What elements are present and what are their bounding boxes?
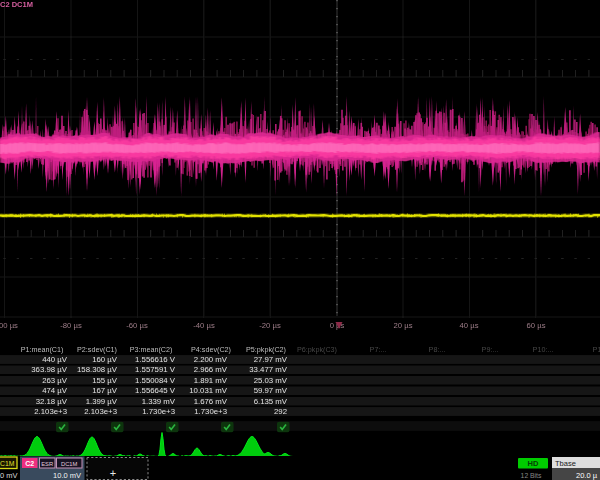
svg-text:P8:...: P8:... [429, 345, 446, 354]
svg-text:2.103e+3: 2.103e+3 [34, 407, 67, 416]
svg-text:474 µV: 474 µV [42, 386, 68, 395]
svg-text:1.556616 V: 1.556616 V [135, 355, 176, 364]
svg-text:-60 µs: -60 µs [126, 321, 148, 330]
svg-text:P6:pkpk(C3): P6:pkpk(C3) [297, 345, 337, 354]
svg-text:1.676 mV: 1.676 mV [194, 397, 228, 406]
svg-text:12 Bits: 12 Bits [521, 472, 542, 479]
svg-text:292: 292 [274, 407, 287, 416]
svg-text:C1M: C1M [0, 460, 15, 467]
svg-text:158.308 µV: 158.308 µV [77, 365, 118, 374]
svg-text:167 µV: 167 µV [92, 386, 118, 395]
svg-text:10.0 mV: 10.0 mV [53, 471, 81, 480]
svg-text:2.200 mV: 2.200 mV [194, 355, 228, 364]
svg-text:C2 DC1M: C2 DC1M [0, 0, 33, 9]
svg-text:363.98 µV: 363.98 µV [31, 365, 68, 374]
svg-text:P10:...: P10:... [533, 345, 554, 354]
svg-text:27.97 mV: 27.97 mV [254, 355, 288, 364]
svg-text:0 mV: 0 mV [0, 471, 18, 480]
svg-text:25.03 mV: 25.03 mV [254, 376, 288, 385]
svg-text:155 µV: 155 µV [92, 376, 118, 385]
svg-text:P3:mean(C2): P3:mean(C2) [130, 345, 173, 354]
svg-text:1.730e+3: 1.730e+3 [194, 407, 227, 416]
svg-text:440 µV: 440 µV [42, 355, 68, 364]
svg-text:C2: C2 [25, 460, 34, 467]
svg-text:DC1M: DC1M [61, 461, 78, 467]
svg-text:-80 µs: -80 µs [60, 321, 82, 330]
svg-text:60 µs: 60 µs [527, 321, 546, 330]
svg-text:1.550084 V: 1.550084 V [135, 376, 176, 385]
svg-text:2.966 mV: 2.966 mV [194, 365, 228, 374]
svg-text:40 µs: 40 µs [460, 321, 479, 330]
svg-text:6.135 mV: 6.135 mV [254, 397, 288, 406]
svg-text:1.339 mV: 1.339 mV [142, 397, 176, 406]
svg-text:263 µV: 263 µV [42, 376, 68, 385]
svg-text:20 µs: 20 µs [394, 321, 413, 330]
svg-text:+: + [110, 467, 116, 479]
svg-text:2.103e+3: 2.103e+3 [84, 407, 117, 416]
svg-text:1.891 mV: 1.891 mV [194, 376, 228, 385]
svg-text:1.730e+3: 1.730e+3 [142, 407, 175, 416]
svg-text:ESR: ESR [41, 461, 53, 467]
svg-text:P7:...: P7:... [370, 345, 387, 354]
svg-text:P1:mean(C1): P1:mean(C1) [21, 345, 64, 354]
svg-text:-40 µs: -40 µs [193, 321, 215, 330]
svg-text:-20 µs: -20 µs [259, 321, 281, 330]
svg-text:HD: HD [528, 459, 539, 468]
svg-text:33.477 mV: 33.477 mV [249, 365, 288, 374]
svg-text:P5:pkpk(C2): P5:pkpk(C2) [246, 345, 286, 354]
svg-text:160 µV: 160 µV [92, 355, 118, 364]
svg-text:20.0 µ: 20.0 µ [576, 471, 598, 480]
svg-text:-100 µs: -100 µs [0, 321, 18, 330]
svg-text:59.97 mV: 59.97 mV [254, 386, 288, 395]
svg-text:1.556645 V: 1.556645 V [135, 386, 176, 395]
svg-text:P2:sdev(C1): P2:sdev(C1) [77, 345, 117, 354]
svg-text:Tbase: Tbase [555, 459, 576, 468]
svg-text:1.557591 V: 1.557591 V [135, 365, 176, 374]
svg-text:32.18 µV: 32.18 µV [36, 397, 68, 406]
svg-text:P9:...: P9:... [482, 345, 499, 354]
svg-text:P1: P1 [593, 345, 600, 354]
svg-text:1.399 µV: 1.399 µV [86, 397, 118, 406]
svg-text:10.031 mV: 10.031 mV [189, 386, 228, 395]
svg-text:P4:sdev(C2): P4:sdev(C2) [191, 345, 231, 354]
